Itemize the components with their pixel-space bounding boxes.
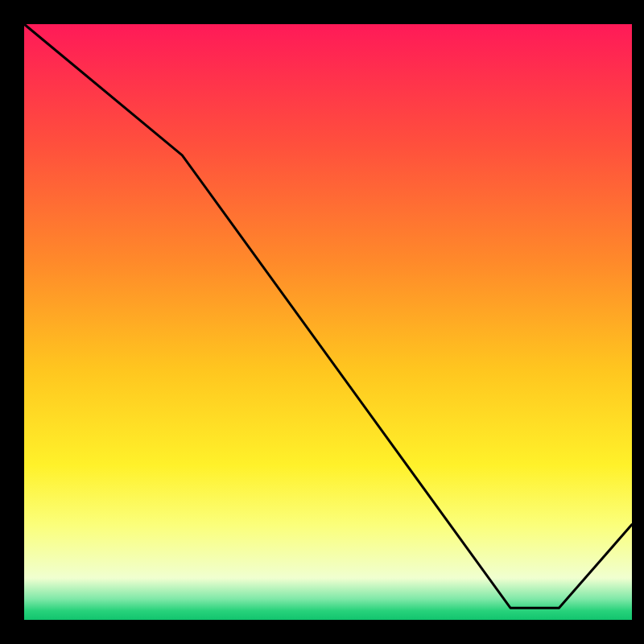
heat-gradient xyxy=(24,24,632,620)
bottleneck-plot xyxy=(0,0,644,644)
chart-container: TheBottleneck.com xyxy=(0,0,644,644)
